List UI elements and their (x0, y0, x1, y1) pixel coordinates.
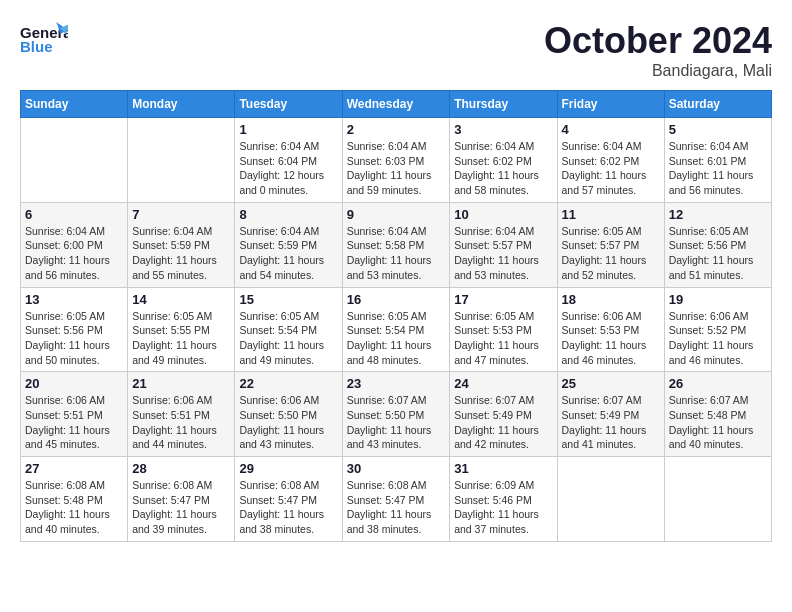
day-info: Sunrise: 6:05 AM Sunset: 5:57 PM Dayligh… (562, 224, 660, 283)
day-info: Sunrise: 6:04 AM Sunset: 6:02 PM Dayligh… (562, 139, 660, 198)
calendar-day-header: Saturday (664, 91, 771, 118)
day-info: Sunrise: 6:08 AM Sunset: 5:47 PM Dayligh… (239, 478, 337, 537)
day-info: Sunrise: 6:04 AM Sunset: 6:01 PM Dayligh… (669, 139, 767, 198)
day-info: Sunrise: 6:04 AM Sunset: 6:03 PM Dayligh… (347, 139, 446, 198)
calendar-cell: 28Sunrise: 6:08 AM Sunset: 5:47 PM Dayli… (128, 457, 235, 542)
day-info: Sunrise: 6:05 AM Sunset: 5:56 PM Dayligh… (669, 224, 767, 283)
calendar-cell: 15Sunrise: 6:05 AM Sunset: 5:54 PM Dayli… (235, 287, 342, 372)
day-info: Sunrise: 6:08 AM Sunset: 5:47 PM Dayligh… (347, 478, 446, 537)
day-number: 10 (454, 207, 552, 222)
day-number: 9 (347, 207, 446, 222)
calendar-day-header: Tuesday (235, 91, 342, 118)
day-number: 21 (132, 376, 230, 391)
calendar-cell: 7Sunrise: 6:04 AM Sunset: 5:59 PM Daylig… (128, 202, 235, 287)
day-number: 27 (25, 461, 123, 476)
calendar-cell: 21Sunrise: 6:06 AM Sunset: 5:51 PM Dayli… (128, 372, 235, 457)
month-title: October 2024 (544, 20, 772, 62)
day-number: 11 (562, 207, 660, 222)
day-info: Sunrise: 6:07 AM Sunset: 5:48 PM Dayligh… (669, 393, 767, 452)
calendar-cell: 8Sunrise: 6:04 AM Sunset: 5:59 PM Daylig… (235, 202, 342, 287)
calendar-week-row: 13Sunrise: 6:05 AM Sunset: 5:56 PM Dayli… (21, 287, 772, 372)
day-number: 19 (669, 292, 767, 307)
day-number: 24 (454, 376, 552, 391)
calendar-week-row: 20Sunrise: 6:06 AM Sunset: 5:51 PM Dayli… (21, 372, 772, 457)
calendar-week-row: 27Sunrise: 6:08 AM Sunset: 5:48 PM Dayli… (21, 457, 772, 542)
day-number: 22 (239, 376, 337, 391)
calendar-cell: 25Sunrise: 6:07 AM Sunset: 5:49 PM Dayli… (557, 372, 664, 457)
day-number: 20 (25, 376, 123, 391)
calendar-cell (21, 118, 128, 203)
day-number: 18 (562, 292, 660, 307)
day-info: Sunrise: 6:04 AM Sunset: 5:59 PM Dayligh… (132, 224, 230, 283)
calendar-cell (128, 118, 235, 203)
day-number: 12 (669, 207, 767, 222)
calendar-cell: 24Sunrise: 6:07 AM Sunset: 5:49 PM Dayli… (450, 372, 557, 457)
calendar-cell: 30Sunrise: 6:08 AM Sunset: 5:47 PM Dayli… (342, 457, 450, 542)
day-number: 7 (132, 207, 230, 222)
day-info: Sunrise: 6:04 AM Sunset: 5:57 PM Dayligh… (454, 224, 552, 283)
calendar-cell: 10Sunrise: 6:04 AM Sunset: 5:57 PM Dayli… (450, 202, 557, 287)
calendar-cell: 18Sunrise: 6:06 AM Sunset: 5:53 PM Dayli… (557, 287, 664, 372)
day-info: Sunrise: 6:07 AM Sunset: 5:49 PM Dayligh… (454, 393, 552, 452)
day-number: 3 (454, 122, 552, 137)
calendar-cell: 11Sunrise: 6:05 AM Sunset: 5:57 PM Dayli… (557, 202, 664, 287)
day-info: Sunrise: 6:04 AM Sunset: 5:59 PM Dayligh… (239, 224, 337, 283)
calendar-day-header: Wednesday (342, 91, 450, 118)
calendar-header-row: SundayMondayTuesdayWednesdayThursdayFrid… (21, 91, 772, 118)
day-info: Sunrise: 6:07 AM Sunset: 5:49 PM Dayligh… (562, 393, 660, 452)
day-number: 25 (562, 376, 660, 391)
day-info: Sunrise: 6:06 AM Sunset: 5:51 PM Dayligh… (132, 393, 230, 452)
day-info: Sunrise: 6:06 AM Sunset: 5:50 PM Dayligh… (239, 393, 337, 452)
logo-icon: General Blue (20, 20, 68, 58)
calendar-cell: 29Sunrise: 6:08 AM Sunset: 5:47 PM Dayli… (235, 457, 342, 542)
page-header: General Blue October 2024 Bandiagara, Ma… (20, 20, 772, 80)
day-number: 8 (239, 207, 337, 222)
day-number: 15 (239, 292, 337, 307)
calendar-cell: 20Sunrise: 6:06 AM Sunset: 5:51 PM Dayli… (21, 372, 128, 457)
calendar-cell: 19Sunrise: 6:06 AM Sunset: 5:52 PM Dayli… (664, 287, 771, 372)
day-number: 29 (239, 461, 337, 476)
calendar-cell (557, 457, 664, 542)
location: Bandiagara, Mali (544, 62, 772, 80)
day-number: 6 (25, 207, 123, 222)
calendar-day-header: Monday (128, 91, 235, 118)
calendar-cell: 2Sunrise: 6:04 AM Sunset: 6:03 PM Daylig… (342, 118, 450, 203)
calendar-body: 1Sunrise: 6:04 AM Sunset: 6:04 PM Daylig… (21, 118, 772, 542)
calendar-cell: 5Sunrise: 6:04 AM Sunset: 6:01 PM Daylig… (664, 118, 771, 203)
day-number: 17 (454, 292, 552, 307)
calendar-cell: 17Sunrise: 6:05 AM Sunset: 5:53 PM Dayli… (450, 287, 557, 372)
day-number: 13 (25, 292, 123, 307)
calendar-cell: 13Sunrise: 6:05 AM Sunset: 5:56 PM Dayli… (21, 287, 128, 372)
day-info: Sunrise: 6:08 AM Sunset: 5:47 PM Dayligh… (132, 478, 230, 537)
day-info: Sunrise: 6:05 AM Sunset: 5:56 PM Dayligh… (25, 309, 123, 368)
calendar-week-row: 1Sunrise: 6:04 AM Sunset: 6:04 PM Daylig… (21, 118, 772, 203)
day-number: 26 (669, 376, 767, 391)
day-info: Sunrise: 6:05 AM Sunset: 5:53 PM Dayligh… (454, 309, 552, 368)
day-info: Sunrise: 6:05 AM Sunset: 5:55 PM Dayligh… (132, 309, 230, 368)
day-info: Sunrise: 6:04 AM Sunset: 6:04 PM Dayligh… (239, 139, 337, 198)
calendar-cell: 9Sunrise: 6:04 AM Sunset: 5:58 PM Daylig… (342, 202, 450, 287)
calendar-cell (664, 457, 771, 542)
calendar-cell: 26Sunrise: 6:07 AM Sunset: 5:48 PM Dayli… (664, 372, 771, 457)
day-info: Sunrise: 6:08 AM Sunset: 5:48 PM Dayligh… (25, 478, 123, 537)
calendar-cell: 22Sunrise: 6:06 AM Sunset: 5:50 PM Dayli… (235, 372, 342, 457)
day-number: 23 (347, 376, 446, 391)
day-number: 1 (239, 122, 337, 137)
day-info: Sunrise: 6:05 AM Sunset: 5:54 PM Dayligh… (347, 309, 446, 368)
day-info: Sunrise: 6:06 AM Sunset: 5:52 PM Dayligh… (669, 309, 767, 368)
calendar-cell: 31Sunrise: 6:09 AM Sunset: 5:46 PM Dayli… (450, 457, 557, 542)
calendar-cell: 1Sunrise: 6:04 AM Sunset: 6:04 PM Daylig… (235, 118, 342, 203)
calendar-cell: 16Sunrise: 6:05 AM Sunset: 5:54 PM Dayli… (342, 287, 450, 372)
day-info: Sunrise: 6:06 AM Sunset: 5:53 PM Dayligh… (562, 309, 660, 368)
calendar-cell: 12Sunrise: 6:05 AM Sunset: 5:56 PM Dayli… (664, 202, 771, 287)
day-number: 30 (347, 461, 446, 476)
day-info: Sunrise: 6:04 AM Sunset: 5:58 PM Dayligh… (347, 224, 446, 283)
svg-text:Blue: Blue (20, 38, 53, 55)
day-info: Sunrise: 6:06 AM Sunset: 5:51 PM Dayligh… (25, 393, 123, 452)
calendar-cell: 27Sunrise: 6:08 AM Sunset: 5:48 PM Dayli… (21, 457, 128, 542)
calendar-day-header: Friday (557, 91, 664, 118)
day-number: 28 (132, 461, 230, 476)
day-info: Sunrise: 6:09 AM Sunset: 5:46 PM Dayligh… (454, 478, 552, 537)
day-number: 14 (132, 292, 230, 307)
calendar-week-row: 6Sunrise: 6:04 AM Sunset: 6:00 PM Daylig… (21, 202, 772, 287)
